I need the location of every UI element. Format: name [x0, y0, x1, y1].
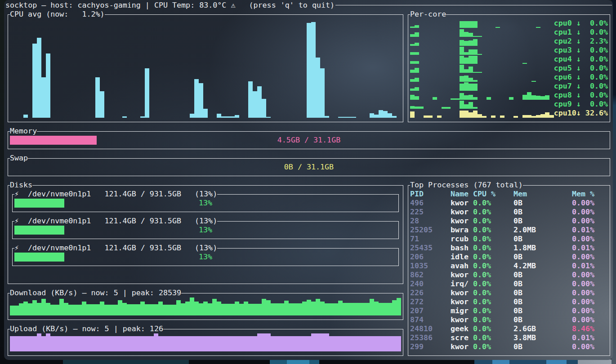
history-bar	[469, 78, 473, 82]
core-usage-sparkline	[410, 100, 554, 109]
panel-border	[8, 131, 8, 149]
history-bar	[194, 302, 199, 315]
panel-border	[8, 355, 403, 356]
process-row: 225kwor0.0%0B0.00%	[408, 208, 610, 217]
history-bar	[271, 336, 275, 351]
history-bar	[460, 40, 464, 46]
process-column-header: CPU %	[473, 190, 495, 199]
panel-border	[408, 122, 610, 122]
process-mem-percent: 0.00%	[572, 253, 594, 262]
process-cpu-percent: 0.0%	[473, 235, 491, 244]
history-bar	[50, 336, 55, 351]
history-bar	[464, 95, 469, 100]
history-bar	[185, 336, 190, 351]
panel-border	[8, 293, 10, 293]
process-pid: 299	[410, 342, 424, 351]
panel-border	[12, 212, 399, 212]
history-bar	[176, 300, 181, 315]
history-bar	[23, 302, 28, 315]
history-bar	[37, 303, 41, 315]
history-bar	[212, 299, 217, 315]
history-bar	[410, 70, 415, 73]
process-name: kwor	[451, 297, 469, 306]
process-mem: 0B	[513, 306, 522, 315]
history-bar	[122, 116, 127, 118]
process-mem: 0B	[513, 297, 522, 306]
process-pid: 71	[410, 235, 419, 244]
panel-border	[403, 293, 403, 320]
process-pid: 207	[410, 306, 424, 315]
history-bar	[379, 303, 383, 315]
history-bar	[293, 336, 298, 351]
process-table: PIDNameCPU %MemMem %496kwor0.0%0B0.00%22…	[408, 190, 610, 356]
memory-panel-title: Memory	[10, 127, 37, 136]
panel-border	[408, 355, 610, 356]
history-bar	[122, 336, 127, 351]
core-label: cpu10↓ 32.6%	[554, 109, 608, 118]
history-bar	[253, 336, 257, 351]
panel-border	[8, 320, 403, 320]
history-bar	[545, 95, 549, 100]
history-bar	[383, 111, 388, 118]
per-core-panel: Per-core cpu0 ↓ 0.0%cpu1 ↓ 0.0%cpu2 ↓ 2.…	[408, 14, 610, 122]
history-bar	[469, 102, 473, 109]
swap-panel-title: Swap	[10, 154, 28, 163]
history-bar	[352, 303, 356, 315]
history-bar	[203, 302, 208, 315]
disk-box-title-text: /dev/nvme0n1p1 121.4GB / 931.5GB (13%)	[28, 244, 217, 252]
history-bar	[311, 22, 316, 118]
panel-border	[32, 185, 403, 186]
history-bar	[248, 336, 253, 351]
core-row-cpu2: cpu2 ↓ 2.3%	[408, 37, 610, 46]
process-name: irq/	[451, 280, 469, 289]
history-bar	[469, 49, 473, 55]
process-cpu-percent: 0.0%	[473, 280, 491, 289]
history-bar	[388, 303, 392, 315]
history-bar	[460, 56, 464, 64]
history-bar	[460, 29, 464, 37]
history-bar	[491, 115, 495, 118]
history-bar	[347, 117, 352, 118]
history-bar	[325, 333, 329, 351]
history-bar	[131, 304, 136, 315]
history-bar	[77, 336, 82, 351]
history-bar	[320, 68, 325, 118]
history-bar	[104, 336, 109, 351]
disk-usage-gauge: 13%	[14, 199, 397, 208]
process-mem: 0B	[513, 271, 522, 280]
process-mem-percent: 0.00%	[572, 315, 594, 324]
history-bar	[113, 305, 118, 315]
history-bar	[275, 303, 280, 315]
disk-gauge-label: 13%	[14, 199, 397, 208]
history-bar	[464, 82, 469, 91]
history-bar	[221, 116, 226, 118]
history-bar	[383, 303, 388, 315]
core-row-cpu4: cpu4 ↓ 0.0%	[408, 55, 610, 64]
process-name: idle	[451, 253, 469, 262]
process-mem: 3.8MB	[513, 333, 536, 342]
history-bar	[190, 114, 194, 118]
history-bar	[289, 336, 293, 351]
process-mem-percent: 0.00%	[572, 306, 594, 315]
process-mem: 0B	[513, 217, 522, 226]
history-bar	[46, 303, 50, 315]
disk-box-title-text: /dev/nvme0n1p1 121.4GB / 931.5GB (13%)	[28, 217, 217, 225]
history-bar	[50, 305, 55, 315]
history-bar	[374, 336, 379, 351]
core-usage-sparkline	[410, 82, 554, 91]
panel-border	[8, 329, 10, 329]
panel-border	[408, 185, 408, 356]
core-usage-sparkline	[410, 37, 554, 46]
history-bar	[410, 95, 415, 100]
history-bar	[118, 336, 122, 351]
history-bar	[41, 299, 46, 315]
process-row: 207migr0.0%0B0.00%	[408, 306, 610, 315]
process-mem-percent: 0.00%	[572, 289, 594, 297]
process-row: 226kwor0.0%0B0.00%	[408, 289, 610, 297]
history-bar	[415, 87, 419, 91]
core-row-cpu3: cpu3 ↓ 0.0%	[408, 46, 610, 55]
history-bar	[415, 96, 419, 100]
history-bar	[104, 305, 109, 315]
history-bar	[307, 336, 311, 351]
panel-border	[8, 131, 10, 132]
